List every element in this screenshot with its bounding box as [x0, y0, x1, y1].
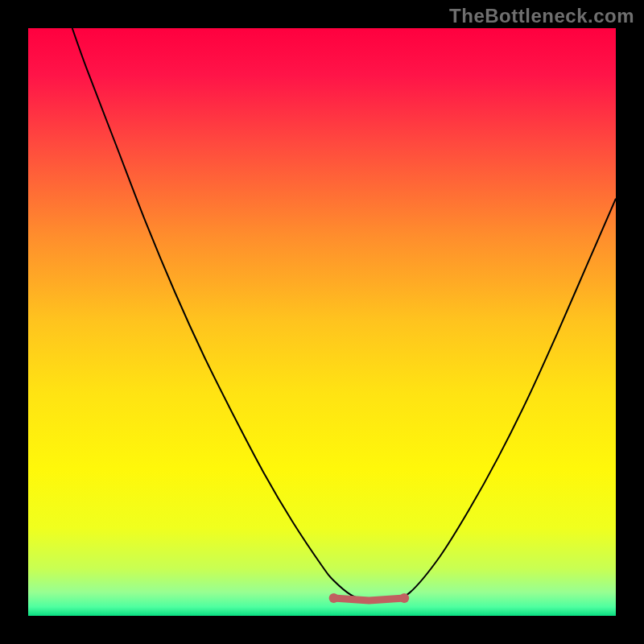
flat-zone-marker — [334, 598, 405, 601]
watermark-label: TheBottleneck.com — [449, 5, 634, 27]
flat-start-dot — [329, 593, 339, 603]
flat-end-dot — [399, 593, 409, 603]
bottleneck-chart — [0, 0, 644, 644]
chart-container: TheBottleneck.com — [0, 0, 644, 644]
plot-area-gradient — [28, 28, 616, 616]
